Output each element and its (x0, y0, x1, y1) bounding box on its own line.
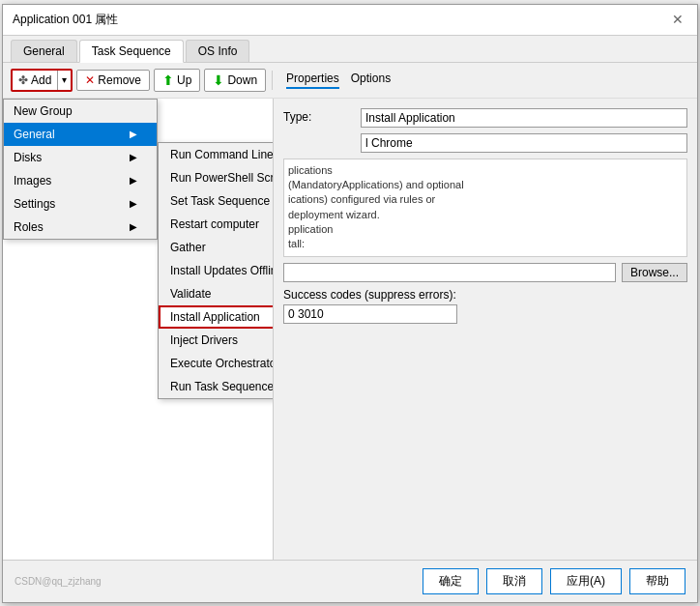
submenu-orchestrator[interactable]: Execute Orchestrator Runbook (159, 352, 274, 375)
submenu-arrow-images: ▶ (130, 175, 137, 186)
browse-input[interactable] (283, 263, 616, 282)
tab-task-sequence[interactable]: Task Sequence (79, 40, 184, 63)
down-button[interactable]: ⬇ Down (204, 69, 266, 92)
submenu-gather[interactable]: Gather (159, 236, 274, 259)
right-panel: Type: plications (MandatoryApplications)… (274, 99, 697, 560)
submenu-run-powershell[interactable]: Run PowerShell Script (159, 166, 274, 189)
watermark: CSDN@qq_zjzhang (15, 576, 102, 587)
success-label: Success codes (suppress errors): (283, 288, 687, 302)
window-title: Application 001 属性 (13, 12, 118, 28)
ok-button[interactable]: 确定 (423, 568, 479, 594)
menu-item-images[interactable]: Images ▶ (4, 169, 157, 192)
menu-item-disks[interactable]: Disks ▶ (4, 146, 157, 169)
submenu-validate[interactable]: Validate (159, 282, 274, 305)
submenu-arrow-disks: ▶ (130, 152, 137, 162)
tab-os-info[interactable]: OS Info (186, 40, 250, 62)
add-button-main[interactable]: ✤ Add (13, 71, 58, 90)
app-input[interactable] (361, 133, 687, 153)
submenu-run-command-line[interactable]: Run Command Line (159, 143, 274, 166)
submenu-arrow-roles: ▶ (130, 221, 137, 232)
submenu-restart-computer[interactable]: Restart computer (159, 213, 274, 236)
bottom-bar: CSDN@qq_zjzhang 确定 取消 应用(A) 帮助 (3, 560, 697, 602)
tab-properties[interactable]: Properties (286, 72, 339, 89)
app-label (283, 133, 361, 135)
submenu-install-updates[interactable]: Install Updates Offline (159, 259, 274, 282)
left-panel: New Group General ▶ Disks ▶ Images ▶ Set… (3, 99, 274, 560)
browse-button[interactable]: Browse... (622, 263, 687, 282)
menu-item-general[interactable]: General ▶ (4, 123, 157, 146)
prop-description: plications (MandatoryApplications) and o… (283, 159, 687, 257)
type-value-container (361, 108, 687, 128)
down-icon: ⬇ (213, 72, 224, 88)
submenu-run-task-sequence[interactable]: Run Task Sequence (159, 375, 274, 398)
submenu-arrow-settings: ▶ (130, 198, 137, 209)
add-icon: ✤ (18, 73, 28, 87)
type-input[interactable] (361, 108, 687, 128)
tab-options[interactable]: Options (351, 72, 391, 89)
type-row: Type: (283, 108, 687, 128)
apply-button[interactable]: 应用(A) (550, 568, 622, 594)
type-label: Type: (283, 108, 361, 124)
content-area: New Group General ▶ Disks ▶ Images ▶ Set… (3, 99, 697, 560)
menu-item-new-group[interactable]: New Group (4, 100, 157, 123)
app-value-container (361, 133, 687, 153)
submenu-inject-drivers[interactable]: Inject Drivers (159, 329, 274, 352)
tabs-bar: General Task Sequence OS Info (3, 36, 697, 63)
tab-general[interactable]: General (11, 40, 77, 62)
remove-icon: ✕ (85, 73, 95, 87)
toolbar: ✤ Add ▾ ✕ Remove ⬆ Up ⬇ Down Properties … (3, 63, 697, 99)
title-bar: Application 001 属性 ✕ (3, 5, 697, 36)
submenu-set-variable[interactable]: Set Task Sequence Variable (159, 189, 274, 213)
remove-label: Remove (98, 73, 141, 87)
add-button-group[interactable]: ✤ Add ▾ (11, 69, 73, 92)
success-input[interactable] (283, 304, 457, 324)
add-dropdown-menu: New Group General ▶ Disks ▶ Images ▶ Set… (3, 99, 158, 240)
general-submenu: Run Command Line Run PowerShell Script S… (158, 142, 274, 399)
up-button[interactable]: ⬆ Up (154, 69, 200, 92)
application-row (283, 133, 687, 153)
menu-item-roles[interactable]: Roles ▶ (4, 216, 157, 239)
submenu-install-application[interactable]: Install Application (159, 305, 274, 329)
browse-row: Browse... (283, 263, 687, 282)
up-icon: ⬆ (162, 72, 174, 88)
help-button[interactable]: 帮助 (629, 568, 685, 594)
up-label: Up (177, 73, 191, 87)
remove-button[interactable]: ✕ Remove (76, 70, 150, 91)
main-window: Application 001 属性 ✕ General Task Sequen… (2, 4, 698, 603)
success-section: Success codes (suppress errors): (283, 288, 687, 324)
cancel-button[interactable]: 取消 (486, 568, 542, 594)
down-label: Down (227, 73, 257, 87)
submenu-arrow-general: ▶ (130, 129, 137, 139)
menu-item-settings[interactable]: Settings ▶ (4, 192, 157, 216)
add-label: Add (31, 73, 51, 87)
close-button[interactable]: ✕ (668, 10, 687, 29)
toolbar-divider (272, 71, 273, 90)
add-dropdown-arrow[interactable]: ▾ (58, 71, 71, 90)
